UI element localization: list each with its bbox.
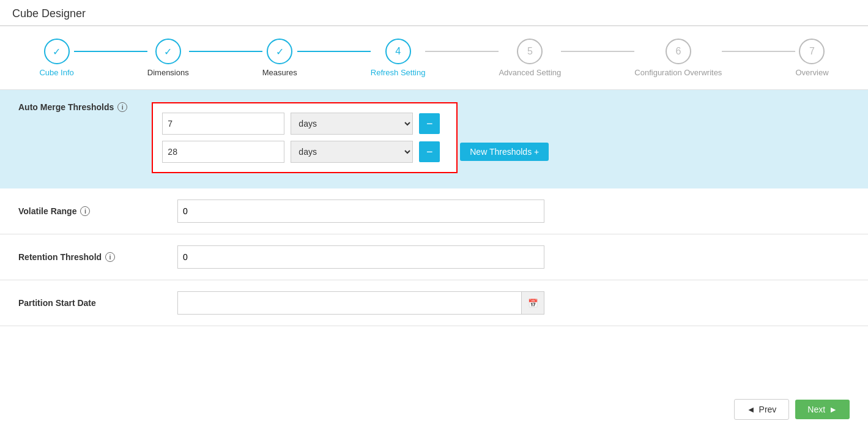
step-label-measures: Measures (262, 68, 297, 77)
step-check-3: ✓ (276, 46, 284, 58)
step-circle-4: 4 (385, 39, 411, 64)
partition-start-date-label: Partition Start Date (18, 298, 177, 308)
step-circle-1: ✓ (44, 39, 70, 64)
step-circle-6: 6 (666, 39, 691, 64)
step-circle-3: ✓ (267, 39, 292, 64)
threshold-unit-1[interactable]: days weeks months (291, 113, 413, 135)
step-cube-info[interactable]: ✓ Cube Info (39, 39, 73, 77)
connector-6 (722, 51, 795, 52)
threshold-value-1[interactable] (162, 113, 284, 135)
retention-threshold-input[interactable] (177, 245, 544, 269)
step-overview[interactable]: 7 Overview (795, 39, 828, 77)
volatile-range-label: Volatile Range i (18, 206, 177, 216)
retention-threshold-section: Retention Threshold i (0, 234, 868, 280)
step-circle-5: 5 (517, 39, 543, 64)
calendar-icon: 📅 (528, 299, 538, 308)
step-check-2: ✓ (164, 46, 172, 58)
next-arrow-icon: ► (829, 405, 837, 414)
calendar-button[interactable]: 📅 (521, 291, 544, 315)
step-label-configuration-overwrites: Configuration Overwrites (634, 68, 722, 77)
auto-merge-section: Auto Merge Thresholds i days weeks month… (0, 90, 868, 188)
step-dimensions[interactable]: ✓ Dimensions (147, 39, 189, 77)
step-advanced-setting[interactable]: 5 Advanced Setting (499, 39, 561, 77)
partition-start-date-input[interactable] (177, 291, 521, 315)
step-label-advanced-setting: Advanced Setting (499, 68, 561, 77)
auto-merge-info-icon[interactable]: i (117, 102, 127, 112)
volatile-range-section: Volatile Range i (0, 188, 868, 234)
volatile-range-input[interactable] (177, 200, 544, 223)
step-circle-2: ✓ (155, 39, 181, 64)
threshold-box: days weeks months − da (152, 102, 458, 173)
step-label-cube-info: Cube Info (39, 68, 73, 77)
step-refresh-setting[interactable]: 4 Refresh Setting (371, 39, 426, 77)
step-label-overview: Overview (795, 68, 828, 77)
retention-threshold-info-icon[interactable]: i (105, 252, 115, 262)
next-button[interactable]: Next ► (795, 400, 850, 419)
connector-4 (425, 51, 499, 52)
volatile-range-info-icon[interactable]: i (80, 206, 90, 216)
auto-merge-label: Auto Merge Thresholds i (18, 102, 127, 112)
partition-start-date-section: Partition Start Date 📅 (0, 280, 868, 326)
connector-1 (74, 51, 147, 52)
step-num-5: 5 (527, 46, 533, 57)
new-thresholds-button[interactable]: New Thresholds + (460, 143, 549, 161)
date-wrapper: 📅 (177, 291, 544, 315)
minus-icon-2: − (426, 146, 433, 159)
step-measures[interactable]: ✓ Measures (262, 39, 297, 77)
connector-3 (297, 51, 371, 52)
remove-threshold-2[interactable]: − (419, 141, 440, 162)
step-label-refresh-setting: Refresh Setting (371, 68, 426, 77)
step-label-dimensions: Dimensions (147, 68, 189, 77)
remove-threshold-1[interactable]: − (419, 113, 440, 134)
connector-2 (189, 51, 262, 52)
threshold-row-2: days weeks months − (162, 141, 447, 163)
page-title: Cube Designer (12, 7, 856, 20)
minus-icon-1: − (426, 118, 433, 130)
threshold-unit-2[interactable]: days weeks months (291, 141, 413, 163)
step-circle-7: 7 (799, 39, 825, 64)
retention-threshold-label: Retention Threshold i (18, 252, 177, 262)
step-num-7: 7 (809, 46, 815, 57)
step-configuration-overwrites[interactable]: 6 Configuration Overwrites (634, 39, 722, 77)
step-num-4: 4 (395, 46, 401, 57)
step-num-6: 6 (675, 46, 681, 57)
prev-arrow-icon: ◄ (747, 405, 755, 414)
prev-button[interactable]: ◄ Prev (734, 399, 790, 420)
threshold-value-2[interactable] (162, 141, 284, 163)
step-check-1: ✓ (53, 46, 61, 58)
threshold-row-1: days weeks months − (162, 113, 447, 135)
connector-5 (561, 51, 634, 52)
